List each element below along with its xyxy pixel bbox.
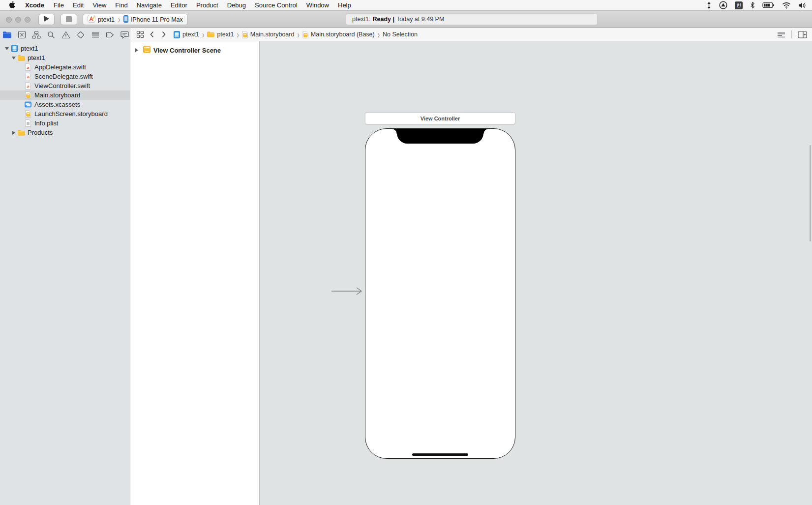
jump-bar: ptext1›ptext1›Main.storyboard›Main.story…: [130, 28, 812, 41]
source-control-navigator-icon[interactable]: [17, 30, 28, 40]
chevron-separator: ›: [202, 29, 204, 40]
menu-help[interactable]: Help: [333, 1, 356, 9]
play-circle-icon[interactable]: [719, 1, 727, 9]
chevron-separator: ›: [237, 29, 239, 40]
tree-item-ptext1[interactable]: ptext1: [0, 53, 130, 62]
menu-file[interactable]: File: [49, 1, 68, 9]
tree-item-products[interactable]: Products: [0, 128, 130, 137]
crumb-ptext1[interactable]: ptext1: [207, 31, 234, 38]
macos-menu-bar: Xcode FileEditViewFindNavigateEditorProd…: [0, 0, 812, 11]
home-indicator: [412, 453, 468, 456]
bluetooth-icon[interactable]: [750, 1, 755, 9]
issue-navigator-icon[interactable]: [60, 30, 71, 40]
menu-xcode[interactable]: Xcode: [20, 1, 49, 9]
activity-detail: Today at 9:49 PM: [396, 16, 444, 23]
run-button[interactable]: [38, 14, 55, 25]
volume-icon[interactable]: [798, 2, 806, 9]
tree-item-viewcontroller-swift[interactable]: ViewController.swift: [0, 81, 130, 90]
tree-item-appdelegate-swift[interactable]: AppDelegate.swift: [0, 62, 130, 72]
tree-item-label: ptext1: [28, 54, 45, 61]
tree-item-label: Products: [28, 129, 53, 136]
storyboard-file-icon: [242, 31, 248, 38]
view-controller-view[interactable]: [365, 128, 515, 459]
window-zoom-button[interactable]: [25, 17, 30, 23]
window-minimize-button[interactable]: [15, 17, 21, 23]
crumb-main-storyboard-base-[interactable]: Main.storyboard (Base): [302, 31, 375, 38]
activity-state: Ready |: [373, 16, 395, 23]
apple-logo-icon: [9, 1, 15, 10]
korean-input-icon[interactable]: 한: [735, 1, 743, 9]
breakpoint-navigator-icon[interactable]: [104, 30, 115, 40]
scheme-selector[interactable]: ptext1 › iPhone 11 Pro Max: [83, 14, 188, 25]
editor-options-icon[interactable]: [775, 29, 787, 40]
disclosure-triangle-icon[interactable]: [135, 48, 138, 52]
menu-editor[interactable]: Editor: [166, 1, 192, 9]
stop-button[interactable]: [60, 14, 77, 25]
add-editor-icon[interactable]: [796, 29, 808, 40]
updown-arrow-icon[interactable]: [706, 1, 712, 9]
device-icon: [123, 15, 128, 24]
tree-item-label: ptext1: [21, 45, 38, 52]
menu-debug[interactable]: Debug: [223, 1, 250, 9]
menu-window[interactable]: Window: [302, 1, 333, 9]
tree-item-label: Info.plist: [34, 119, 58, 127]
apple-menu[interactable]: [6, 1, 20, 10]
divider: [791, 30, 792, 38]
folder-file-icon: [17, 55, 25, 61]
iphone-notch: [397, 129, 483, 144]
korean-input-label: 한: [735, 1, 743, 9]
tree-item-ptext1[interactable]: ptext1: [0, 44, 130, 53]
storyboard-canvas[interactable]: View Controller: [260, 41, 812, 505]
menu-find[interactable]: Find: [111, 1, 132, 9]
disclosure-triangle-icon[interactable]: [12, 57, 16, 59]
menu-edit[interactable]: Edit: [68, 1, 88, 9]
symbol-navigator-icon[interactable]: [31, 30, 42, 40]
tree-item-info-plist[interactable]: Info.plist: [0, 119, 130, 128]
disclosure-triangle-icon[interactable]: [5, 47, 9, 50]
swift-file-icon: [24, 82, 32, 89]
tree-item-label: LaunchScreen.storyboard: [34, 110, 108, 118]
document-outline-panel: View Controller Scene: [130, 41, 260, 505]
menu-product[interactable]: Product: [192, 1, 223, 9]
project-navigator-icon[interactable]: [2, 30, 13, 40]
vertical-scrollbar[interactable]: [810, 145, 811, 241]
chevron-separator: ›: [118, 14, 120, 25]
debug-navigator-icon[interactable]: [90, 30, 101, 40]
scene-title-bar[interactable]: View Controller: [365, 112, 515, 124]
storyboard-file-icon: [24, 91, 32, 99]
find-navigator-icon[interactable]: [46, 30, 57, 40]
project-file-tree: ptext1ptext1AppDelegate.swiftSceneDelega…: [0, 44, 130, 137]
back-button[interactable]: [146, 29, 158, 40]
activity-project: ptext1:: [352, 16, 371, 23]
activity-viewer: ptext1: Ready | Today at 9:49 PM: [346, 13, 598, 25]
menu-navigate[interactable]: Navigate: [132, 1, 166, 9]
tree-item-assets-xcassets[interactable]: Assets.xcassets: [0, 100, 130, 109]
play-icon: [43, 15, 50, 24]
tree-item-launchscreen-storyboard[interactable]: LaunchScreen.storyboard: [0, 109, 130, 119]
scene-label: View Controller Scene: [153, 47, 221, 54]
related-items-icon[interactable]: [134, 29, 146, 40]
tree-item-label: Main.storyboard: [34, 91, 80, 99]
crumb-label: ptext1: [217, 31, 234, 38]
outline-view-controller-scene[interactable]: View Controller Scene: [130, 45, 259, 56]
crumb-ptext1[interactable]: ptext1: [174, 31, 199, 38]
forward-button[interactable]: [158, 29, 170, 40]
battery-icon[interactable]: [762, 2, 775, 8]
xcode-project-icon: [88, 15, 95, 24]
menu-view[interactable]: View: [88, 1, 111, 9]
xcode-toolbar: ptext1 › iPhone 11 Pro Max ptext1: Ready…: [0, 11, 812, 28]
storyboard-entry-point-arrow[interactable]: [331, 287, 366, 297]
tree-item-scenedelegate-swift[interactable]: SceneDelegate.swift: [0, 72, 130, 81]
disclosure-triangle-icon[interactable]: [12, 131, 15, 135]
navigator-icon-bar: [0, 28, 130, 41]
test-navigator-icon[interactable]: [75, 30, 86, 40]
wifi-icon[interactable]: [782, 2, 791, 9]
crumb-main-storyboard[interactable]: Main.storyboard: [242, 31, 295, 38]
plist-file-icon: [24, 119, 32, 127]
crumb-no-selection[interactable]: No Selection: [383, 31, 418, 38]
report-navigator-icon[interactable]: [119, 30, 130, 40]
scheme-name: ptext1: [98, 16, 115, 23]
menu-source-control[interactable]: Source Control: [250, 1, 302, 9]
tree-item-main-storyboard[interactable]: Main.storyboard: [0, 90, 130, 100]
window-close-button[interactable]: [6, 17, 12, 23]
